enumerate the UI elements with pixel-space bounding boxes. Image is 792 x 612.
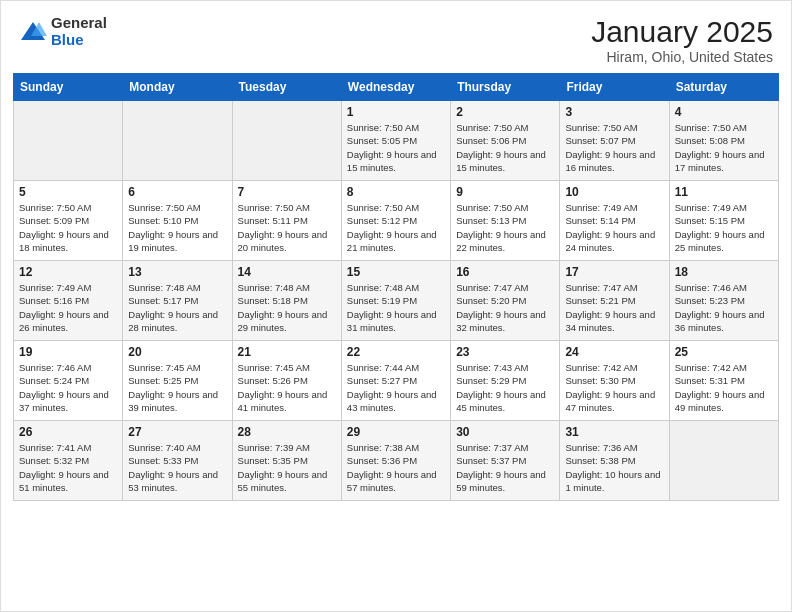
day-number: 1 [347, 105, 445, 119]
day-info: Sunrise: 7:50 AM Sunset: 5:09 PM Dayligh… [19, 201, 117, 254]
day-number: 18 [675, 265, 773, 279]
calendar-cell: 3Sunrise: 7:50 AM Sunset: 5:07 PM Daylig… [560, 101, 669, 181]
day-number: 6 [128, 185, 226, 199]
calendar-body: 1Sunrise: 7:50 AM Sunset: 5:05 PM Daylig… [14, 101, 779, 501]
calendar-cell: 10Sunrise: 7:49 AM Sunset: 5:14 PM Dayli… [560, 181, 669, 261]
calendar-cell: 12Sunrise: 7:49 AM Sunset: 5:16 PM Dayli… [14, 261, 123, 341]
day-info: Sunrise: 7:45 AM Sunset: 5:26 PM Dayligh… [238, 361, 336, 414]
calendar-cell: 1Sunrise: 7:50 AM Sunset: 5:05 PM Daylig… [341, 101, 450, 181]
calendar-cell [123, 101, 232, 181]
day-info: Sunrise: 7:46 AM Sunset: 5:23 PM Dayligh… [675, 281, 773, 334]
calendar-cell: 7Sunrise: 7:50 AM Sunset: 5:11 PM Daylig… [232, 181, 341, 261]
day-info: Sunrise: 7:50 AM Sunset: 5:06 PM Dayligh… [456, 121, 554, 174]
day-number: 17 [565, 265, 663, 279]
calendar-cell: 6Sunrise: 7:50 AM Sunset: 5:10 PM Daylig… [123, 181, 232, 261]
day-info: Sunrise: 7:49 AM Sunset: 5:16 PM Dayligh… [19, 281, 117, 334]
calendar-cell: 19Sunrise: 7:46 AM Sunset: 5:24 PM Dayli… [14, 341, 123, 421]
calendar-header: SundayMondayTuesdayWednesdayThursdayFrid… [14, 74, 779, 101]
weekday-header-saturday: Saturday [669, 74, 778, 101]
day-number: 12 [19, 265, 117, 279]
calendar-cell: 26Sunrise: 7:41 AM Sunset: 5:32 PM Dayli… [14, 421, 123, 501]
day-number: 5 [19, 185, 117, 199]
day-number: 21 [238, 345, 336, 359]
weekday-header-sunday: Sunday [14, 74, 123, 101]
calendar-cell: 20Sunrise: 7:45 AM Sunset: 5:25 PM Dayli… [123, 341, 232, 421]
calendar-cell: 21Sunrise: 7:45 AM Sunset: 5:26 PM Dayli… [232, 341, 341, 421]
calendar-cell: 14Sunrise: 7:48 AM Sunset: 5:18 PM Dayli… [232, 261, 341, 341]
calendar-cell: 30Sunrise: 7:37 AM Sunset: 5:37 PM Dayli… [451, 421, 560, 501]
calendar-page: General Blue January 2025 Hiram, Ohio, U… [0, 0, 792, 612]
day-number: 25 [675, 345, 773, 359]
calendar-cell: 22Sunrise: 7:44 AM Sunset: 5:27 PM Dayli… [341, 341, 450, 421]
calendar-cell: 9Sunrise: 7:50 AM Sunset: 5:13 PM Daylig… [451, 181, 560, 261]
calendar-cell: 16Sunrise: 7:47 AM Sunset: 5:20 PM Dayli… [451, 261, 560, 341]
day-info: Sunrise: 7:40 AM Sunset: 5:33 PM Dayligh… [128, 441, 226, 494]
calendar-table: SundayMondayTuesdayWednesdayThursdayFrid… [13, 73, 779, 501]
calendar-cell: 15Sunrise: 7:48 AM Sunset: 5:19 PM Dayli… [341, 261, 450, 341]
day-number: 11 [675, 185, 773, 199]
day-info: Sunrise: 7:50 AM Sunset: 5:10 PM Dayligh… [128, 201, 226, 254]
calendar-cell [669, 421, 778, 501]
day-info: Sunrise: 7:42 AM Sunset: 5:31 PM Dayligh… [675, 361, 773, 414]
calendar-cell: 8Sunrise: 7:50 AM Sunset: 5:12 PM Daylig… [341, 181, 450, 261]
logo: General Blue [19, 15, 107, 48]
weekday-header-tuesday: Tuesday [232, 74, 341, 101]
calendar-cell: 2Sunrise: 7:50 AM Sunset: 5:06 PM Daylig… [451, 101, 560, 181]
day-number: 14 [238, 265, 336, 279]
day-info: Sunrise: 7:50 AM Sunset: 5:11 PM Dayligh… [238, 201, 336, 254]
day-info: Sunrise: 7:49 AM Sunset: 5:15 PM Dayligh… [675, 201, 773, 254]
logo-icon [19, 18, 47, 46]
day-info: Sunrise: 7:46 AM Sunset: 5:24 PM Dayligh… [19, 361, 117, 414]
calendar-cell: 18Sunrise: 7:46 AM Sunset: 5:23 PM Dayli… [669, 261, 778, 341]
day-info: Sunrise: 7:50 AM Sunset: 5:07 PM Dayligh… [565, 121, 663, 174]
calendar-cell: 25Sunrise: 7:42 AM Sunset: 5:31 PM Dayli… [669, 341, 778, 421]
logo-general: General [51, 15, 107, 32]
header: General Blue January 2025 Hiram, Ohio, U… [1, 1, 791, 73]
day-info: Sunrise: 7:47 AM Sunset: 5:20 PM Dayligh… [456, 281, 554, 334]
day-info: Sunrise: 7:39 AM Sunset: 5:35 PM Dayligh… [238, 441, 336, 494]
calendar-cell [232, 101, 341, 181]
day-info: Sunrise: 7:43 AM Sunset: 5:29 PM Dayligh… [456, 361, 554, 414]
calendar-cell: 17Sunrise: 7:47 AM Sunset: 5:21 PM Dayli… [560, 261, 669, 341]
calendar-cell: 5Sunrise: 7:50 AM Sunset: 5:09 PM Daylig… [14, 181, 123, 261]
month-title: January 2025 [591, 15, 773, 49]
week-row-5: 26Sunrise: 7:41 AM Sunset: 5:32 PM Dayli… [14, 421, 779, 501]
day-number: 30 [456, 425, 554, 439]
day-info: Sunrise: 7:48 AM Sunset: 5:19 PM Dayligh… [347, 281, 445, 334]
calendar-cell: 11Sunrise: 7:49 AM Sunset: 5:15 PM Dayli… [669, 181, 778, 261]
day-number: 23 [456, 345, 554, 359]
day-info: Sunrise: 7:50 AM Sunset: 5:05 PM Dayligh… [347, 121, 445, 174]
calendar-cell [14, 101, 123, 181]
day-number: 15 [347, 265, 445, 279]
calendar-cell: 28Sunrise: 7:39 AM Sunset: 5:35 PM Dayli… [232, 421, 341, 501]
logo-blue: Blue [51, 32, 107, 49]
day-number: 29 [347, 425, 445, 439]
day-number: 27 [128, 425, 226, 439]
day-info: Sunrise: 7:45 AM Sunset: 5:25 PM Dayligh… [128, 361, 226, 414]
calendar: SundayMondayTuesdayWednesdayThursdayFrid… [1, 73, 791, 611]
calendar-cell: 24Sunrise: 7:42 AM Sunset: 5:30 PM Dayli… [560, 341, 669, 421]
day-info: Sunrise: 7:50 AM Sunset: 5:13 PM Dayligh… [456, 201, 554, 254]
day-info: Sunrise: 7:48 AM Sunset: 5:17 PM Dayligh… [128, 281, 226, 334]
day-info: Sunrise: 7:48 AM Sunset: 5:18 PM Dayligh… [238, 281, 336, 334]
calendar-cell: 4Sunrise: 7:50 AM Sunset: 5:08 PM Daylig… [669, 101, 778, 181]
day-number: 19 [19, 345, 117, 359]
day-info: Sunrise: 7:36 AM Sunset: 5:38 PM Dayligh… [565, 441, 663, 494]
day-info: Sunrise: 7:41 AM Sunset: 5:32 PM Dayligh… [19, 441, 117, 494]
day-number: 26 [19, 425, 117, 439]
week-row-3: 12Sunrise: 7:49 AM Sunset: 5:16 PM Dayli… [14, 261, 779, 341]
week-row-1: 1Sunrise: 7:50 AM Sunset: 5:05 PM Daylig… [14, 101, 779, 181]
day-number: 31 [565, 425, 663, 439]
title-block: January 2025 Hiram, Ohio, United States [591, 15, 773, 65]
day-number: 9 [456, 185, 554, 199]
week-row-4: 19Sunrise: 7:46 AM Sunset: 5:24 PM Dayli… [14, 341, 779, 421]
week-row-2: 5Sunrise: 7:50 AM Sunset: 5:09 PM Daylig… [14, 181, 779, 261]
weekday-header-monday: Monday [123, 74, 232, 101]
calendar-cell: 27Sunrise: 7:40 AM Sunset: 5:33 PM Dayli… [123, 421, 232, 501]
calendar-cell: 23Sunrise: 7:43 AM Sunset: 5:29 PM Dayli… [451, 341, 560, 421]
day-info: Sunrise: 7:50 AM Sunset: 5:08 PM Dayligh… [675, 121, 773, 174]
calendar-cell: 31Sunrise: 7:36 AM Sunset: 5:38 PM Dayli… [560, 421, 669, 501]
day-number: 2 [456, 105, 554, 119]
calendar-cell: 29Sunrise: 7:38 AM Sunset: 5:36 PM Dayli… [341, 421, 450, 501]
day-number: 22 [347, 345, 445, 359]
